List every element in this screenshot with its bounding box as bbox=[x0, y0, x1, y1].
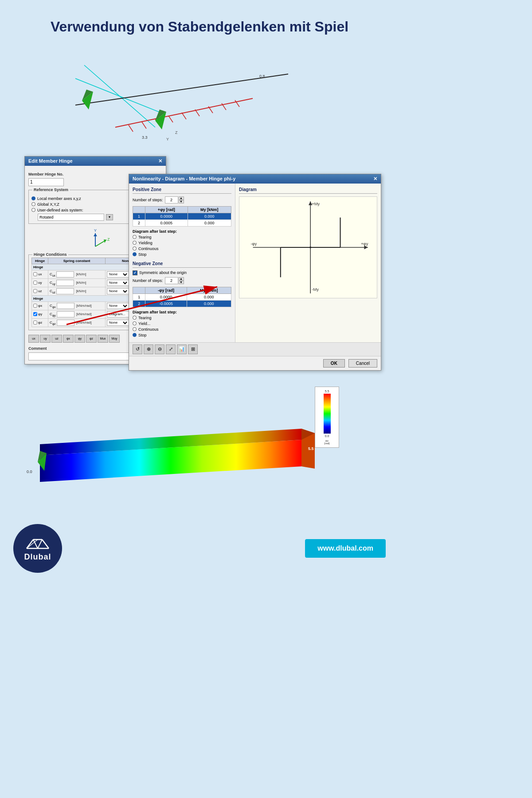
spin-up-neg[interactable]: ▲ bbox=[179, 277, 184, 281]
radio-global bbox=[31, 202, 35, 206]
svg-text:5.5: 5.5 bbox=[308, 446, 314, 451]
toolbar-zoom-in-btn[interactable]: ⊕ bbox=[144, 344, 153, 354]
toolbar-btn-phiy[interactable]: φy bbox=[74, 335, 85, 343]
opt-stop-neg[interactable]: Stop bbox=[133, 333, 231, 337]
phiy-checkbox[interactable] bbox=[33, 312, 37, 316]
member-hinge-no-input[interactable] bbox=[28, 178, 64, 186]
opt-tearing-neg[interactable]: Tearing bbox=[133, 316, 231, 320]
cancel-button[interactable]: Cancel bbox=[348, 359, 377, 368]
color-legend-box: 5.5 0.0 φy[rad] bbox=[315, 387, 339, 448]
legend-bottom-value: 0.0 bbox=[318, 434, 336, 438]
steps-input-pos[interactable] bbox=[165, 196, 178, 203]
dialog-nonlinearity[interactable]: Nonlinearity - Diagram - Member Hinge ph… bbox=[129, 174, 381, 371]
spin-neg: ▲ ▼ bbox=[179, 277, 184, 284]
ux-checkbox[interactable] bbox=[33, 272, 37, 276]
steps-label-pos: Number of steps: bbox=[133, 198, 163, 202]
toolbar-btn-uz[interactable]: uz bbox=[51, 335, 62, 343]
spin-down-neg[interactable]: ▼ bbox=[179, 281, 184, 284]
steps-label-neg: Number of steps: bbox=[133, 278, 163, 283]
svg-line-56 bbox=[38, 540, 42, 548]
phix-spring-input[interactable] bbox=[57, 303, 74, 309]
toolbar-table-btn[interactable]: ⊞ bbox=[188, 344, 198, 354]
footer: Dlubal www.dlubal.com bbox=[0, 511, 399, 586]
nonlin-close-icon[interactable]: ✕ bbox=[373, 176, 377, 182]
toolbar-btn-phiz[interactable]: φz bbox=[86, 335, 97, 343]
opt-stop-pos[interactable]: Stop bbox=[133, 252, 231, 257]
title-section: Verwendung von Stabendgelenken mit Spiel bbox=[0, 0, 399, 50]
opt-continuous-neg[interactable]: Continuous bbox=[133, 327, 231, 332]
dialog-nonlin-title: Nonlinearity - Diagram - Member Hinge ph… bbox=[133, 176, 235, 181]
uy-checkbox[interactable] bbox=[33, 281, 37, 285]
positive-zone-title: Positive Zone bbox=[133, 187, 231, 194]
ux-nonlin-select[interactable]: None bbox=[107, 271, 129, 278]
phiz-checkbox[interactable] bbox=[33, 321, 37, 325]
close-icon[interactable]: ✕ bbox=[158, 158, 162, 164]
svg-text:Y: Y bbox=[166, 137, 169, 141]
opt-tearing[interactable]: Tearing bbox=[133, 235, 231, 239]
col-spring: Spring constant bbox=[48, 258, 106, 264]
table-row[interactable]: 1 0.0000 0.000 bbox=[133, 213, 231, 219]
svg-text:-My: -My bbox=[312, 287, 319, 292]
radio-continuous-neg bbox=[133, 327, 137, 331]
user-defined-browse-button[interactable]: ▾ bbox=[106, 214, 113, 220]
beam-section: 5.5 0.0 φy[rad] bbox=[13, 378, 386, 502]
symmetric-checkbox-row[interactable]: ✓ Symmetric about the origin bbox=[133, 270, 231, 275]
toolbar-btn-mux[interactable]: Mux bbox=[98, 335, 108, 343]
reference-system-legend: Reference System bbox=[32, 188, 70, 192]
svg-line-55 bbox=[33, 540, 38, 548]
toolbar-btn-phix[interactable]: φx bbox=[63, 335, 74, 343]
toolbar-btn-ux[interactable]: ux bbox=[28, 335, 39, 343]
uz-nonlin-select[interactable]: None bbox=[107, 288, 129, 294]
phiz-nonlin-select[interactable]: None bbox=[107, 320, 129, 326]
svg-line-9 bbox=[195, 110, 200, 116]
phix-checkbox[interactable] bbox=[33, 304, 37, 308]
ux-spring-input[interactable] bbox=[56, 271, 74, 278]
toolbar-reset-btn[interactable]: ↺ bbox=[133, 344, 142, 354]
opt-yielding[interactable]: Yielding bbox=[133, 241, 231, 245]
phix-nonlin-select[interactable]: None bbox=[107, 303, 129, 309]
opt-continuous[interactable]: Continuous bbox=[133, 246, 231, 251]
uy-nonlin-select[interactable]: None bbox=[107, 280, 129, 286]
website-badge[interactable]: www.dlubal.com bbox=[305, 539, 386, 558]
axis-indicator: Y Z bbox=[78, 227, 113, 251]
table-row-neg-1[interactable]: 1 0.0000 0.000 bbox=[133, 293, 231, 300]
svg-line-5 bbox=[142, 122, 146, 129]
symmetric-checkbox[interactable]: ✓ bbox=[133, 270, 137, 275]
page-title: Verwendung von Stabendgelenken mit Spiel bbox=[27, 18, 372, 36]
legend-gradient bbox=[324, 394, 331, 434]
user-defined-input[interactable] bbox=[38, 214, 104, 221]
table-row-neg-2[interactable]: 2 -0.0005 0.000 bbox=[133, 300, 231, 307]
negative-zone-title: Negative Zone bbox=[133, 261, 231, 268]
toolbar-zoom-out-btn[interactable]: ⊖ bbox=[155, 344, 164, 354]
uz-spring-input[interactable] bbox=[56, 288, 74, 294]
opt-yielding-neg[interactable]: Yield... bbox=[133, 321, 231, 326]
col-phi-pos: +φy [rad] bbox=[145, 206, 188, 213]
table-row[interactable]: 2 0.0005 0.000 bbox=[133, 219, 231, 226]
ok-button[interactable]: OK bbox=[323, 359, 345, 368]
spin-down-pos[interactable]: ▼ bbox=[179, 200, 184, 203]
legend-top-value: 5.5 bbox=[318, 390, 336, 393]
spin-up-pos[interactable]: ▲ bbox=[179, 196, 184, 200]
col-no-neg bbox=[133, 287, 145, 293]
legend-label: φy[rad] bbox=[318, 439, 336, 445]
toolbar-graph-btn[interactable]: 📊 bbox=[177, 344, 187, 354]
symmetric-label: Symmetric about the origin bbox=[139, 270, 187, 275]
toolbar-fit-btn[interactable]: ⤢ bbox=[166, 344, 176, 354]
svg-text:0.0: 0.0 bbox=[27, 469, 32, 474]
top-3d-model: 0.8 3.3 Y Z bbox=[13, 50, 386, 152]
dialogs-area: Edit Member Hinge ✕ Member Hinge No. Ref… bbox=[13, 156, 386, 369]
svg-text:3.3: 3.3 bbox=[142, 135, 148, 140]
dialog-nonlin-titlebar: Nonlinearity - Diagram - Member Hinge ph… bbox=[129, 174, 381, 184]
uy-spring-input[interactable] bbox=[56, 280, 74, 286]
steps-input-neg[interactable] bbox=[165, 277, 178, 284]
toolbar-btn-muy[interactable]: Muy bbox=[109, 335, 120, 343]
phiy-spring-input[interactable] bbox=[57, 311, 74, 317]
toolbar-btn-uy[interactable]: uy bbox=[40, 335, 51, 343]
nonlin-toolbar: ↺ ⊕ ⊖ ⤢ 📊 ⊞ bbox=[129, 342, 381, 356]
radio-tearing bbox=[133, 235, 137, 239]
dialog-buttons: OK Cancel bbox=[129, 356, 381, 370]
diagram-svg: +φy +My -φy -My bbox=[239, 197, 377, 298]
col-my-neg: My [kNm] bbox=[187, 287, 231, 293]
phiz-spring-input[interactable] bbox=[57, 320, 74, 326]
uz-checkbox[interactable] bbox=[33, 289, 37, 293]
